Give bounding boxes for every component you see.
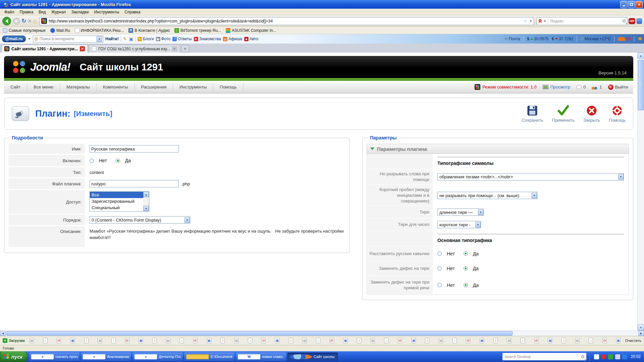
download-file-icon[interactable]: J bbox=[425, 338, 429, 343]
download-file-icon[interactable]: ♪ bbox=[589, 338, 593, 343]
download-file-icon[interactable]: ▤ bbox=[439, 338, 443, 343]
search-box[interactable]: Я ▼ Яндекс bbox=[537, 17, 627, 25]
menu-file[interactable]: Файл bbox=[2, 9, 17, 15]
order-select[interactable]: 0 (Content - CKforms Form Display) ▼ bbox=[90, 216, 190, 224]
numdash-select[interactable]: короткое тире - ▼ bbox=[437, 221, 481, 228]
enabled-no-radio[interactable] bbox=[90, 159, 94, 163]
download-file-icon[interactable]: ♪ bbox=[452, 338, 457, 343]
scroll-down-icon[interactable]: ▼ bbox=[638, 324, 644, 330]
task-button[interactable]: eАнализировать текс... bbox=[81, 353, 131, 361]
name-input[interactable] bbox=[90, 145, 179, 153]
start-button[interactable]: пуск bbox=[0, 351, 28, 362]
download-file-icon[interactable]: ▦ bbox=[139, 338, 143, 343]
search-placeholder[interactable]: Яндекс bbox=[550, 19, 621, 23]
download-file-icon[interactable]: ♪ bbox=[521, 338, 525, 343]
forward-button[interactable] bbox=[13, 17, 20, 25]
toolbar-settings-icon[interactable]: ✱ bbox=[638, 36, 642, 42]
mailru-link-afisha[interactable]: ▤Афиша bbox=[223, 37, 242, 41]
menu-bookmarks[interactable]: Закладки bbox=[69, 9, 91, 15]
scroll-right-icon[interactable]: ▶ bbox=[638, 331, 644, 336]
download-file-icon[interactable]: J bbox=[493, 338, 498, 343]
download-file-icon[interactable]: J bbox=[152, 338, 157, 343]
download-file-icon[interactable]: ▤ bbox=[30, 338, 34, 343]
compose-icon[interactable]: ✎ bbox=[123, 36, 127, 42]
select-arrow-icon[interactable]: ▼ bbox=[618, 174, 624, 180]
downloads-label[interactable]: ▼ Загрузки bbox=[3, 338, 25, 343]
save-button[interactable]: Сохранить bbox=[522, 105, 543, 123]
task-button[interactable]: eДетектор Плагиата ... bbox=[132, 353, 183, 361]
dash-select[interactable]: длинное тире — ▼ bbox=[437, 208, 484, 216]
download-file-icon[interactable]: ▤ bbox=[507, 338, 511, 343]
download-file-icon[interactable]: ♪ bbox=[384, 338, 388, 343]
joomla-menu-site[interactable]: Сайт bbox=[4, 83, 27, 91]
yandex-icon[interactable]: Я bbox=[538, 18, 542, 24]
access-option-special[interactable]: Специальный bbox=[90, 204, 143, 211]
download-file-icon[interactable]: ▦ bbox=[548, 338, 552, 343]
access-option-registered[interactable]: Зарегистрированный bbox=[90, 198, 143, 204]
scroll-left-icon[interactable]: ◀ bbox=[0, 331, 6, 336]
joomla-menu-extensions[interactable]: Расширения bbox=[135, 83, 173, 91]
joomla-menu-help[interactable]: Помощь bbox=[213, 83, 243, 91]
bookmark-item[interactable]: BitTorrent трекер Ru... bbox=[174, 28, 221, 33]
desktop-search-input[interactable]: Search Desktop bbox=[502, 353, 586, 360]
mailru-link-photo[interactable]: ◉Фото bbox=[156, 37, 171, 41]
download-file-icon[interactable]: ♪ bbox=[111, 338, 116, 343]
download-file-icon[interactable]: @ bbox=[193, 338, 198, 343]
scroll-up-icon[interactable]: ▲ bbox=[638, 53, 644, 59]
reload-icon[interactable]: ↻ bbox=[21, 17, 26, 24]
traffic[interactable]: 50 bbox=[618, 37, 631, 41]
mailru-link-dating[interactable]: ♥Знакомства bbox=[194, 37, 221, 41]
menu-view[interactable]: Вид bbox=[36, 9, 48, 15]
speech-yes-radio[interactable] bbox=[464, 283, 468, 287]
users-status[interactable]: 1 bbox=[592, 84, 602, 89]
hyphen-yes-radio[interactable] bbox=[464, 266, 468, 270]
weather[interactable]: ⛆Москва +17°C bbox=[580, 37, 611, 41]
adblock-icon[interactable]: ABP bbox=[629, 18, 635, 24]
enabled-yes-radio[interactable] bbox=[116, 159, 120, 163]
downloads-items[interactable]: ▤♪@▦J▤♪@▦J▤♪@▦J▤♪@▦J▤♪@▦J▤♪@▦J▤♪@▦J▤♪@▦J… bbox=[27, 338, 623, 343]
url-dropdown-icon[interactable]: ▼ bbox=[529, 19, 532, 23]
select-arrow-icon[interactable]: ▼ bbox=[478, 209, 483, 215]
apply-button[interactable]: Применить bbox=[552, 105, 575, 123]
scroll-down-icon[interactable]: ▼ bbox=[143, 206, 149, 211]
download-file-icon[interactable]: @ bbox=[330, 338, 334, 343]
download-file-icon[interactable]: J bbox=[357, 338, 361, 343]
scrollbar-thumb[interactable] bbox=[6, 331, 513, 336]
stop-icon[interactable]: ✕ bbox=[28, 18, 32, 24]
tab-close-icon[interactable]: ✕ bbox=[172, 46, 177, 51]
access-listbox[interactable]: Все Зарегистрированный Специальный ▲ ▼ bbox=[90, 191, 149, 212]
download-file-icon[interactable]: @ bbox=[261, 338, 266, 343]
download-file-icon[interactable]: ▤ bbox=[166, 338, 170, 343]
tab-close-icon[interactable]: ✕ bbox=[80, 46, 85, 51]
download-file-icon[interactable]: ▦ bbox=[343, 338, 347, 343]
select-arrow-icon[interactable]: ▼ bbox=[475, 222, 481, 228]
extension-icon[interactable] bbox=[637, 18, 642, 24]
hyphen-no-radio[interactable] bbox=[437, 266, 442, 270]
mailru-link-blogs[interactable]: ✎Блоги bbox=[138, 37, 154, 41]
download-file-icon[interactable]: @ bbox=[534, 338, 539, 343]
tab-joomla-admin[interactable]: Сайт школы 1291 - Администри... ✕ bbox=[1, 45, 88, 53]
access-option-all[interactable]: Все bbox=[90, 192, 143, 198]
bookmark-item[interactable]: BВ Контакте | Аудио bbox=[128, 28, 170, 33]
close-button[interactable]: × bbox=[636, 1, 643, 8]
mailru-search-dropdown-icon[interactable]: ▼ bbox=[97, 36, 102, 42]
download-file-icon[interactable]: @ bbox=[602, 338, 607, 343]
url-text[interactable]: http://www.vasinaov.byethost3.com/admini… bbox=[49, 19, 521, 23]
download-file-icon[interactable]: ▤ bbox=[98, 338, 102, 343]
quotes-no-radio[interactable] bbox=[437, 251, 442, 256]
download-file-icon[interactable]: J bbox=[289, 338, 293, 343]
download-file-icon[interactable]: J bbox=[220, 338, 225, 343]
preview-link[interactable]: Просмотр bbox=[543, 84, 570, 89]
back-button[interactable] bbox=[2, 16, 11, 26]
download-file-icon[interactable]: ▤ bbox=[575, 338, 580, 343]
download-file-icon[interactable]: ♪ bbox=[316, 338, 320, 343]
maximize-button[interactable] bbox=[628, 1, 635, 8]
bookmark-item[interactable]: Mail.Ru bbox=[50, 28, 70, 33]
close-action-button[interactable]: Закрыть bbox=[583, 105, 600, 123]
menu-help[interactable]: Справка bbox=[122, 9, 143, 15]
download-file-icon[interactable]: ▤ bbox=[302, 338, 307, 343]
mailru-search-input[interactable]: @ Поиск в интернете ▼ bbox=[33, 36, 103, 43]
download-file-icon[interactable]: J bbox=[561, 338, 566, 343]
engine-dropdown-icon[interactable]: ▼ bbox=[543, 19, 546, 23]
task-button[interactable]: Wновая глава 2.doc [... bbox=[236, 353, 286, 361]
